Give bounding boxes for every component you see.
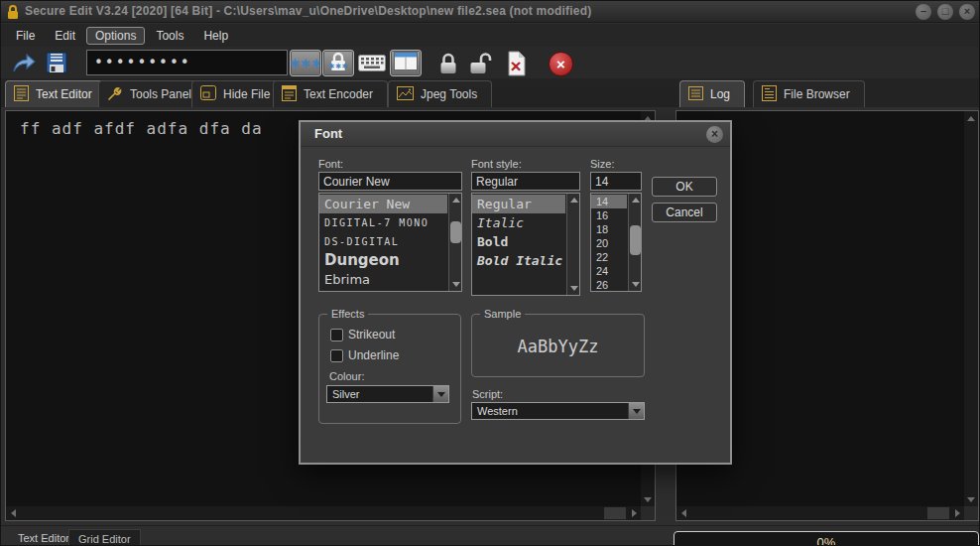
save-icon[interactable] bbox=[44, 51, 69, 74]
editor-horizontal-scrollbar[interactable] bbox=[6, 506, 641, 520]
close-button[interactable]: × bbox=[959, 4, 975, 20]
font-name-input[interactable] bbox=[318, 172, 462, 191]
font-dialog: Font × Font: Courier New DIGITAL-7 MONO … bbox=[299, 120, 732, 465]
menu-tools[interactable]: Tools bbox=[147, 27, 192, 45]
unlock-icon[interactable] bbox=[467, 51, 497, 76]
size-list[interactable]: 14 16 18 20 22 24 26 bbox=[590, 193, 642, 292]
font-list-item[interactable]: Dungeon bbox=[319, 251, 447, 270]
scroll-down-button[interactable] bbox=[964, 492, 978, 506]
ok-button[interactable]: OK bbox=[652, 177, 717, 197]
tab-log[interactable]: Log bbox=[679, 80, 745, 107]
tab-tools-panel[interactable]: Tools Panel bbox=[98, 80, 206, 107]
toolbar: ∗∗∗ ∗∗∗ × × bbox=[1, 47, 980, 78]
dropdown-arrow-icon[interactable] bbox=[432, 386, 448, 402]
open-file-icon[interactable] bbox=[11, 51, 37, 74]
size-list-item[interactable]: 26 bbox=[591, 278, 627, 292]
size-list-item[interactable]: 22 bbox=[591, 250, 627, 264]
font-style-input[interactable] bbox=[471, 172, 580, 191]
titlebar: Secure Edit V3.24 [2020] [64 Bit] - C:\U… bbox=[1, 1, 980, 23]
scroll-right-button[interactable] bbox=[627, 506, 641, 520]
sample-groupbox: Sample AaBbYyZz bbox=[471, 314, 645, 377]
size-list-scrollbar[interactable] bbox=[628, 194, 641, 291]
font-style-list[interactable]: Regular Italic Bold Bold Italic bbox=[471, 193, 580, 296]
minimize-button[interactable]: – bbox=[916, 4, 931, 20]
maximize-button[interactable]: □ bbox=[937, 4, 953, 20]
underline-checkbox[interactable] bbox=[330, 349, 343, 362]
font-list-item[interactable]: DIGITAL-7 MONO bbox=[319, 213, 447, 232]
scroll-down-button[interactable] bbox=[567, 282, 580, 295]
scroll-up-button[interactable] bbox=[629, 194, 642, 206]
password-lock-button[interactable]: ∗∗∗ bbox=[322, 50, 354, 76]
tab-jpeg-tools[interactable]: Jpeg Tools bbox=[388, 80, 492, 107]
tab-hide-file[interactable]: Hide File bbox=[191, 80, 285, 107]
editor-content[interactable]: ff adf afdf adfa dfa da bbox=[20, 119, 263, 138]
tab-label: Jpeg Tools bbox=[421, 87, 477, 101]
dropdown-arrow-icon[interactable] bbox=[628, 403, 644, 419]
strikeout-checkbox[interactable] bbox=[330, 329, 343, 341]
scroll-left-button[interactable] bbox=[676, 506, 690, 520]
scroll-down-button[interactable] bbox=[449, 278, 462, 291]
menu-help[interactable]: Help bbox=[194, 27, 237, 45]
size-list-item[interactable]: 24 bbox=[591, 264, 627, 278]
delete-file-icon[interactable]: × bbox=[502, 51, 530, 76]
scroll-left-button[interactable] bbox=[6, 506, 20, 520]
keyboard-icon[interactable] bbox=[357, 51, 387, 74]
panel-view-button[interactable] bbox=[390, 50, 422, 76]
font-style-label: Font style: bbox=[471, 158, 522, 170]
style-list-scrollbar[interactable] bbox=[566, 194, 579, 295]
size-list-item[interactable]: 14 bbox=[591, 195, 627, 208]
script-dropdown[interactable]: Western bbox=[471, 402, 645, 420]
cancel-button[interactable]: Cancel bbox=[652, 203, 717, 222]
log-horizontal-scrollbar[interactable] bbox=[676, 506, 964, 520]
cancel-operation-icon[interactable]: × bbox=[549, 52, 573, 76]
colour-label: Colour: bbox=[329, 370, 364, 382]
scrollbar-thumb[interactable] bbox=[604, 507, 626, 519]
style-list-item[interactable]: Bold bbox=[472, 232, 565, 251]
scroll-down-button[interactable] bbox=[641, 492, 655, 506]
scrollbar-thumb[interactable] bbox=[630, 225, 641, 255]
tab-label: File Browser bbox=[784, 87, 850, 101]
underline-label: Underline bbox=[348, 348, 399, 362]
menu-options[interactable]: Options bbox=[86, 27, 145, 45]
log-vertical-scrollbar[interactable] bbox=[964, 111, 978, 506]
tab-label: Text Editor bbox=[36, 87, 92, 101]
style-list-item[interactable]: Bold Italic bbox=[472, 251, 565, 270]
lock-icon[interactable] bbox=[435, 51, 461, 76]
font-list-item[interactable]: Ebrima bbox=[319, 270, 447, 289]
file-browser-icon bbox=[762, 85, 777, 104]
dialog-close-icon[interactable]: × bbox=[706, 126, 723, 143]
style-list-item[interactable]: Italic bbox=[472, 213, 565, 232]
hide-file-icon bbox=[200, 85, 216, 103]
tab-text-encoder[interactable]: Text Encoder bbox=[273, 80, 388, 107]
dialog-titlebar[interactable]: Font × bbox=[301, 122, 730, 147]
font-list-scrollbar[interactable] bbox=[448, 194, 461, 291]
tab-text-editor[interactable]: Text Editor bbox=[5, 80, 107, 107]
font-list[interactable]: Courier New DIGITAL-7 MONO DS-DIGITAL Du… bbox=[318, 193, 462, 292]
scroll-right-button[interactable] bbox=[950, 506, 964, 520]
menu-edit[interactable]: Edit bbox=[46, 27, 84, 45]
scroll-up-button[interactable] bbox=[449, 194, 462, 206]
font-list-item[interactable]: DS-DIGITAL bbox=[319, 232, 447, 251]
bottom-tab-grid-editor[interactable]: Grid Editor bbox=[68, 529, 141, 546]
size-list-item[interactable]: 16 bbox=[591, 208, 627, 222]
font-list-item[interactable]: Courier New bbox=[319, 195, 447, 213]
effects-legend: Effects bbox=[327, 308, 368, 320]
tab-file-browser[interactable]: File Browser bbox=[753, 80, 865, 107]
menu-file[interactable]: File bbox=[7, 27, 44, 45]
colour-dropdown[interactable]: Silver bbox=[326, 385, 449, 403]
scroll-up-button[interactable] bbox=[964, 111, 978, 125]
document-icon bbox=[14, 85, 29, 104]
statusbar: Text Editor Grid Editor 0% bbox=[1, 525, 980, 546]
size-list-item[interactable]: 18 bbox=[591, 222, 627, 236]
tab-label: Text Encoder bbox=[304, 87, 373, 101]
password-input[interactable] bbox=[86, 50, 288, 75]
lock-asterisks-icon: ∗∗∗ bbox=[328, 51, 348, 76]
scrollbar-thumb[interactable] bbox=[927, 507, 949, 519]
scrollbar-thumb[interactable] bbox=[450, 221, 461, 243]
style-list-item[interactable]: Regular bbox=[472, 195, 565, 213]
password-mask-button[interactable]: ∗∗∗ bbox=[290, 50, 321, 76]
size-input[interactable] bbox=[590, 172, 642, 191]
size-list-item[interactable]: 20 bbox=[591, 236, 627, 250]
scroll-up-button[interactable] bbox=[567, 194, 580, 206]
scroll-down-button[interactable] bbox=[629, 278, 642, 291]
